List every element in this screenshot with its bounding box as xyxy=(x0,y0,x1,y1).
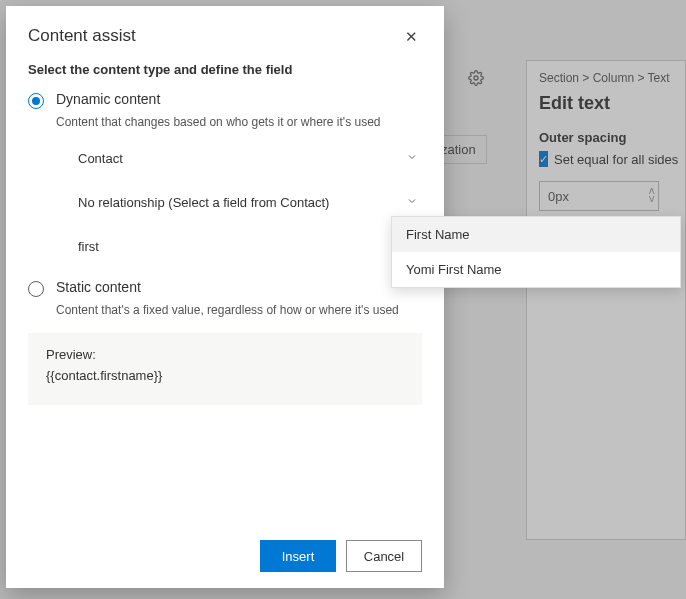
entity-select[interactable]: Contact xyxy=(72,139,422,177)
spinner-icon[interactable]: ᐱᐯ xyxy=(649,188,654,204)
relationship-select[interactable]: No relationship (Select a field from Con… xyxy=(72,183,422,221)
outer-spacing-label: Outer spacing xyxy=(539,130,673,145)
modal-instruction: Select the content type and define the f… xyxy=(28,62,422,77)
field-search-input[interactable]: first xyxy=(72,227,422,265)
dynamic-content-radio[interactable]: Dynamic content xyxy=(28,91,422,109)
spacing-value: 0px xyxy=(548,189,569,204)
spacing-input[interactable]: 0px ᐱᐯ xyxy=(539,181,659,211)
preview-value: {{contact.firstname}} xyxy=(46,368,404,383)
panel-title: Edit text xyxy=(539,93,673,114)
static-label: Static content xyxy=(56,279,141,295)
cancel-button[interactable]: Cancel xyxy=(346,540,422,572)
entity-value: Contact xyxy=(78,151,123,166)
checkbox-label: Set equal for all sides xyxy=(554,152,678,167)
insert-button[interactable]: Insert xyxy=(260,540,336,572)
edit-text-panel: Section > Column > Text Edit text Outer … xyxy=(526,60,686,540)
set-equal-sides-checkbox[interactable]: ✓ Set equal for all sides xyxy=(539,151,673,167)
modal-title: Content assist xyxy=(28,26,136,46)
svg-point-0 xyxy=(474,76,478,80)
autocomplete-item[interactable]: First Name xyxy=(392,217,680,252)
close-button[interactable]: ✕ xyxy=(401,26,422,48)
chevron-down-icon xyxy=(406,195,418,210)
field-autocomplete-dropdown: First Name Yomi First Name xyxy=(391,216,681,288)
static-desc: Content that's a fixed value, regardless… xyxy=(56,303,422,317)
check-icon: ✓ xyxy=(539,151,548,167)
radio-icon xyxy=(28,281,44,297)
autocomplete-item[interactable]: Yomi First Name xyxy=(392,252,680,287)
settings-gear-icon[interactable] xyxy=(468,70,484,89)
dynamic-desc: Content that changes based on who gets i… xyxy=(56,115,422,129)
radio-icon xyxy=(28,93,44,109)
preview-label: Preview: xyxy=(46,347,404,362)
search-value: first xyxy=(78,239,99,254)
static-content-radio[interactable]: Static content xyxy=(28,279,422,297)
dynamic-label: Dynamic content xyxy=(56,91,160,107)
relationship-value: No relationship (Select a field from Con… xyxy=(78,195,329,210)
content-assist-modal: Content assist ✕ Select the content type… xyxy=(6,6,444,588)
preview-box: Preview: {{contact.firstname}} xyxy=(28,333,422,405)
breadcrumb: Section > Column > Text xyxy=(539,71,673,85)
close-icon: ✕ xyxy=(405,28,418,45)
chevron-down-icon xyxy=(406,151,418,166)
